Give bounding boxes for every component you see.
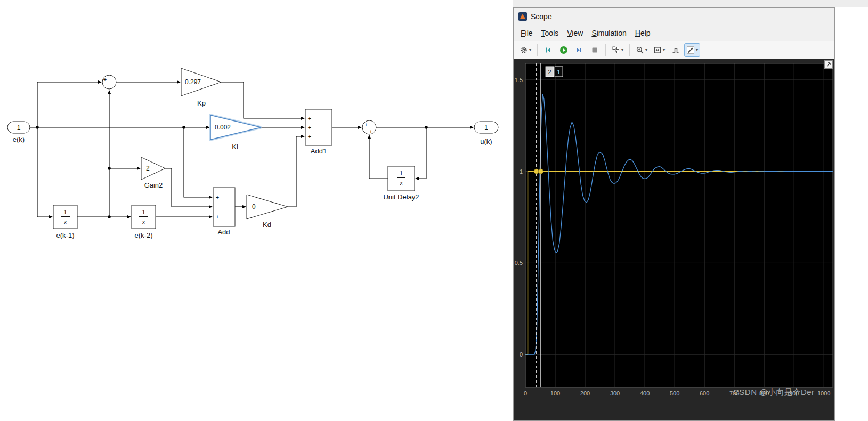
inport-block[interactable]: 1 <box>7 122 30 133</box>
zoom-button[interactable]: ▾ <box>634 43 650 57</box>
outport-block[interactable]: 1 <box>474 122 498 133</box>
menu-help[interactable]: Help <box>631 27 654 39</box>
wire-feedback-to-ud2 <box>416 127 426 179</box>
inport-label: e(k) <box>13 135 25 143</box>
wire-ek-to-delay1 <box>37 127 52 217</box>
sum1-minus-sign: − <box>106 83 109 89</box>
x-tick-label: 600 <box>700 390 709 396</box>
scope-window: Scope File Tools View Simulation Help ▾ <box>513 7 835 421</box>
junction-dot <box>108 215 111 218</box>
delay2-label: e(k-2) <box>135 231 153 239</box>
fit-view-button[interactable]: ▾ <box>651 43 667 57</box>
kp-gain-block[interactable]: 0.297 <box>181 68 221 96</box>
wire-ek-to-add <box>184 127 212 197</box>
step-back-button[interactable] <box>541 43 555 57</box>
dropdown-caret-icon: ▾ <box>621 48 623 52</box>
unit-delay2-block[interactable]: 1 z <box>388 166 415 191</box>
simulink-diagram: 1 e(k) + − 0.297 Kp 0.002 Ki 2 Gain2 0 K… <box>0 0 513 421</box>
window-title: Scope <box>531 12 552 21</box>
scope-plot[interactable]: 210100200300400500600700800900100000.511… <box>514 59 834 420</box>
delay1-denominator: z <box>63 218 67 226</box>
expand-plot-button[interactable] <box>824 60 833 69</box>
ki-gain-block-selected[interactable]: 0.002 <box>210 115 261 140</box>
gain2-block[interactable]: 2 <box>141 157 165 180</box>
step-forward-button[interactable] <box>572 43 586 57</box>
delay2-numerator: 1 <box>142 208 145 216</box>
sum1-plus-sign: + <box>103 76 107 83</box>
x-tick-label: 800 <box>759 390 769 396</box>
x-tick-label: 200 <box>580 390 590 396</box>
y-tick-label: 1.5 <box>515 77 523 83</box>
wire-gain2-to-add <box>165 168 212 207</box>
add-sign-2: − <box>216 204 219 210</box>
trigger-icon <box>671 46 680 54</box>
x-tick-label: 700 <box>729 390 739 396</box>
add1-sign-3: + <box>308 133 311 140</box>
add-sign-3: + <box>216 214 219 220</box>
dropdown-caret-icon: ▾ <box>663 48 665 52</box>
axes-background[interactable] <box>525 63 833 387</box>
sum-block-1[interactable]: + − <box>102 75 116 89</box>
wire-kd-to-add1 <box>288 136 304 207</box>
add-block[interactable]: + − + <box>213 188 235 226</box>
add-label: Add <box>217 228 230 236</box>
delay1-label: e(k-1) <box>56 231 75 239</box>
kd-label: Kd <box>263 221 271 229</box>
add1-sign-1: + <box>308 115 311 122</box>
cursor-marker[interactable] <box>539 169 543 174</box>
x-tick-label: 1000 <box>817 390 830 396</box>
menu-tools[interactable]: Tools <box>538 27 563 39</box>
delay1-block[interactable]: 1 z <box>53 205 77 229</box>
menu-file[interactable]: File <box>517 27 537 39</box>
stop-button[interactable] <box>588 43 602 57</box>
add1-sign-2: + <box>308 124 311 131</box>
settings-button[interactable]: ▾ <box>517 43 533 57</box>
delay2-denominator: z <box>142 218 145 226</box>
ki-label: Ki <box>232 143 238 151</box>
toolbar-separator <box>629 44 630 56</box>
trigger-button[interactable] <box>669 43 683 57</box>
background-window-strip <box>513 0 868 7</box>
sum-block-2[interactable]: + + <box>362 120 376 135</box>
toolbar-separator <box>605 44 606 56</box>
x-tick-label: 500 <box>670 390 679 396</box>
gain2-label: Gain2 <box>144 181 163 189</box>
signal-selector-icon <box>612 46 620 54</box>
delay1-numerator: 1 <box>63 208 67 216</box>
measurements-pencil-icon <box>686 46 695 54</box>
kp-label: Kp <box>197 99 206 107</box>
run-button[interactable] <box>557 43 571 57</box>
x-tick-label: 300 <box>610 390 620 396</box>
sum2-plus-bottom-sign: + <box>369 128 372 135</box>
gear-icon <box>520 46 528 54</box>
step-back-icon <box>544 46 553 54</box>
cursor-tag-label: 2 <box>548 69 551 75</box>
delay2-block[interactable]: 1 z <box>132 205 156 229</box>
junction-dot <box>182 126 185 129</box>
add1-label: Add1 <box>311 147 327 155</box>
x-tick-label: 100 <box>550 390 560 396</box>
kd-gain-block[interactable]: 0 <box>247 195 288 219</box>
menu-view[interactable]: View <box>563 27 587 39</box>
ki-value: 0.002 <box>215 124 231 131</box>
expand-arrow-icon <box>826 62 831 67</box>
x-tick-label: 0 <box>524 390 527 396</box>
junction-dot <box>108 167 111 170</box>
signal-selector-button[interactable]: ▾ <box>610 43 626 57</box>
cursor-marker[interactable] <box>534 169 539 174</box>
scope-titlebar[interactable]: Scope <box>514 8 834 25</box>
menu-simulation[interactable]: Simulation <box>588 27 630 39</box>
fit-view-icon <box>653 46 662 54</box>
wire-ud2-to-sum2 <box>369 135 388 179</box>
scope-plot-region[interactable]: 210100200300400500600700800900100000.511… <box>514 59 834 420</box>
add1-block[interactable]: + + + <box>305 109 332 145</box>
junction-dot <box>36 126 39 129</box>
measurements-button[interactable]: ▾ <box>684 43 700 57</box>
x-tick-label: 400 <box>640 390 650 396</box>
y-tick-label: 0.5 <box>515 260 523 266</box>
step-forward-icon <box>575 46 583 54</box>
x-tick-label: 900 <box>789 390 799 396</box>
scope-menubar: File Tools View Simulation Help <box>514 25 834 41</box>
dropdown-caret-icon: ▾ <box>696 48 698 52</box>
magnifier-icon <box>636 46 644 54</box>
